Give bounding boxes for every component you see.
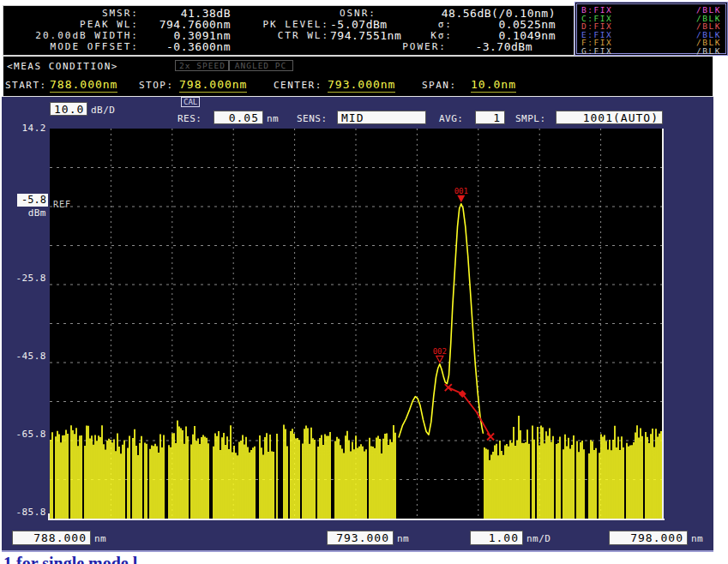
ctr-wl-label: CTR WL: xyxy=(278,30,329,41)
mode-offset-value: -0.3600nm xyxy=(166,41,231,52)
res-field[interactable]: 0.05 xyxy=(214,111,263,124)
center-value[interactable]: 793.000nm xyxy=(328,78,395,93)
x-center-unit: nm xyxy=(397,533,409,544)
svg-text:001: 001 xyxy=(454,187,468,195)
readout-row: MODE OFFSET: -0.3600nm POWER: -3.70dBm xyxy=(3,41,574,52)
avg-field[interactable]: 1 xyxy=(475,111,505,124)
speed-badge: 2x SPEED xyxy=(175,60,230,71)
cal-badge: CAL xyxy=(181,97,200,107)
y-axis-label: -45.8 xyxy=(3,351,46,362)
smpl-field[interactable]: 1001(AUTO) xyxy=(556,111,663,124)
start-value[interactable]: 788.000nm xyxy=(50,78,117,93)
svg-text:REF: REF xyxy=(53,200,71,209)
span-value[interactable]: 10.0nm xyxy=(471,78,516,93)
y-axis-label: -65.8 xyxy=(3,429,46,440)
x-scale-unit: nm/D xyxy=(526,533,551,544)
svg-text:002: 002 xyxy=(433,347,447,356)
display-panel: 10.0 dB/D CAL RES: 0.05 nm SENS: MID AVG… xyxy=(2,97,713,552)
center-label: CENTER: xyxy=(274,80,322,91)
cropped-caption: 1 for single mode l xyxy=(3,553,484,564)
meas-condition-panel: <MEAS CONDITION> 2x SPEED ANGLED PC STAR… xyxy=(3,56,713,97)
spectrum-plot: 001002REF xyxy=(50,129,664,519)
spectrum-trace-svg: 001002REF xyxy=(50,129,662,519)
x-start-field[interactable]: 788.000 xyxy=(12,531,91,545)
span-label: SPAN: xyxy=(422,80,457,91)
readout-row: PEAK WL: 794.7600nm PK LEVEL: -5.07dBm σ… xyxy=(3,19,574,30)
amplitude-scale-field[interactable]: 10.0 xyxy=(50,102,87,116)
angled-pc-badge: ANGLED PC xyxy=(228,60,293,71)
pk-level-label: PK LEVEL: xyxy=(262,19,329,30)
y-axis-label: -85.8 xyxy=(3,507,46,518)
ref-level-box: -5.8 xyxy=(17,194,48,207)
y-axis-label: -25.8 xyxy=(3,273,46,284)
x-start-unit: nm xyxy=(94,533,106,544)
y-axis-top-label: 14.2 xyxy=(3,123,46,134)
x-stop-unit: nm xyxy=(691,533,703,544)
meas-condition-title: <MEAS CONDITION> xyxy=(7,61,118,72)
ref-level-unit: dBm xyxy=(3,207,46,219)
sens-label: SENS: xyxy=(297,113,328,124)
amplitude-scale-unit: dB/D xyxy=(91,105,116,116)
smpl-label: SMPL: xyxy=(515,113,546,124)
avg-label: AVG: xyxy=(439,113,464,124)
width-label: 20.00dB WIDTH: xyxy=(35,30,139,41)
sens-field[interactable]: MID xyxy=(337,111,426,124)
trace-status-g: G:FIX/BLK xyxy=(575,47,727,56)
smsr-label: SMSR: xyxy=(102,8,139,19)
readout-row: SMSR: 41.38dB OSNR: 48.56dB(/0.10nm) xyxy=(3,8,574,19)
sigma-label: σ: xyxy=(438,19,453,30)
res-label: RES: xyxy=(177,113,202,124)
power-label: POWER: xyxy=(402,41,447,52)
x-center-field[interactable]: 793.000 xyxy=(327,531,394,545)
stop-label: STOP: xyxy=(139,80,174,91)
ctr-wl-value: 794.7551nm xyxy=(330,30,401,41)
res-unit: nm xyxy=(267,113,279,124)
power-value: -3.70dBm xyxy=(475,41,532,52)
x-stop-field[interactable]: 798.000 xyxy=(609,531,688,545)
stop-value[interactable]: 798.000nm xyxy=(179,78,247,93)
peak-wl-label: PEAK WL: xyxy=(80,19,139,30)
x-scale-field[interactable]: 1.00 xyxy=(470,531,523,545)
trace-status-panel: B:FIX/BLK C:FIX/BLK D:FIX/BLK E:FIX/BLK … xyxy=(575,2,728,56)
plot-axis-baseline xyxy=(48,519,665,520)
measurement-readout-panel: SMSR: 41.38dB OSNR: 48.56dB(/0.10nm) PEA… xyxy=(3,5,575,56)
osa-screen: SMSR: 41.38dB OSNR: 48.56dB(/0.10nm) PEA… xyxy=(0,0,728,564)
mode-offset-label: MODE OFFSET: xyxy=(51,41,139,52)
start-label: START: xyxy=(5,80,47,91)
ksigma-label: Kσ: xyxy=(430,30,453,41)
